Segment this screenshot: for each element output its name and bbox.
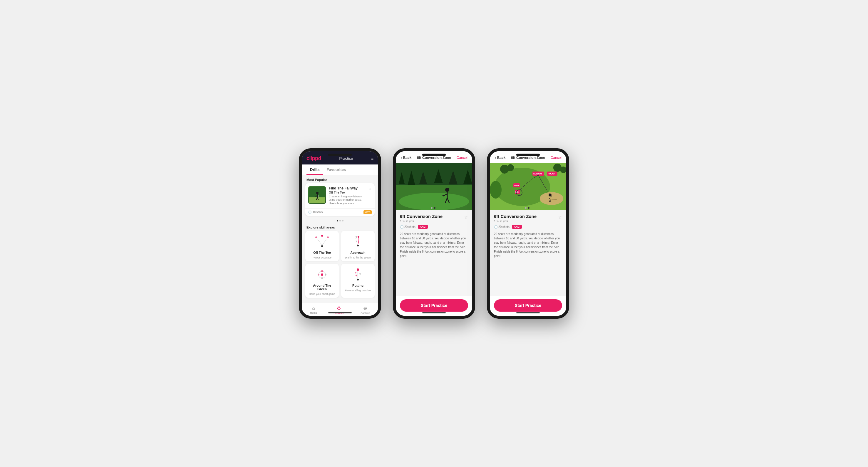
skill-card-approach[interactable]: Approach Dial-in to hit the green [341,231,375,261]
svg-point-13 [321,235,323,237]
phone-home-bar [328,312,352,313]
tag-badge-ott: OTT [364,210,372,214]
bottom-nav: ⌂ Home ♻ Activities ⊕ Capture [302,303,378,316]
hero-course-map: SAND FAIRWAY ROUGH Miss Hit [490,163,566,210]
phone3-drill-description: 20 shots are randomly generated at dista… [494,232,562,258]
drill-detail-title: 6ft Conversion Zone [400,214,468,219]
phone3-chevron-left-icon: ‹ [495,155,496,160]
menu-icon[interactable]: ≡ [371,156,373,161]
approach-diagram [349,234,367,249]
svg-point-28 [360,273,361,275]
phone3-cancel-button[interactable]: Cancel [551,156,561,160]
putting-name: Putting [352,284,364,287]
nav-home[interactable]: ⌂ Home [310,305,317,314]
dot-1 [337,220,338,222]
drill-description: 20 shots are randomly generated at dista… [400,232,468,258]
shots-info: 🕐 10 shots [308,210,322,213]
activities-icon: ♻ [337,305,341,311]
skill-card-putting[interactable]: Putting Make and lag practice [341,264,375,298]
clock-icon-3: 🕐 [494,225,497,229]
atg-desc: Hone your short game [309,293,335,296]
chevron-left-icon: ‹ [401,155,402,160]
phone3-fav-icon[interactable]: ☆ [558,214,562,220]
svg-point-14 [327,236,329,238]
svg-text:SAND: SAND [550,198,557,201]
atg-name: Around The Green [308,284,336,291]
drill-card-find-fairway[interactable]: Find The Fairway Off The Tee Create an i… [305,183,375,216]
svg-point-47 [434,207,435,209]
nav-home-label: Home [310,311,317,314]
svg-point-40 [445,188,449,192]
svg-point-56 [490,181,502,199]
skill-grid: Off The Tee Power accuracy Ap [305,231,375,298]
phone-3-notch [516,154,540,156]
drill-desc: Create an imaginary fairway using trees … [329,195,365,205]
arg-badge: ARG [418,225,428,229]
drill-subtitle: Off The Tee [329,191,365,194]
back-button[interactable]: ‹ Back [401,155,411,160]
svg-point-24 [357,279,359,280]
approach-name: Approach [350,251,365,254]
phone2-fav-icon[interactable]: ☆ [464,214,468,220]
phone-2-home-bar [422,312,446,313]
phone-1-screen: clippd Practice ≡ Drills Favourites Most… [302,151,378,316]
phone2-drill-content: ☆ 6ft Conversion Zone 10-50 yds 🕐 20 sho… [396,210,472,296]
phone3-drill-range: 10-50 yds [494,220,562,223]
phone3-app-header: ‹ Back 6ft Conversion Zone Cancel [490,151,566,163]
cancel-button[interactable]: Cancel [457,156,467,160]
svg-point-55 [560,167,566,173]
hero-golf-image [396,163,472,210]
tab-drills[interactable]: Drills [307,165,323,175]
phone3-back-label: Back [497,156,506,160]
nav-capture[interactable]: ⊕ Capture [361,305,370,314]
ott-desc: Power accuracy [313,256,332,259]
start-practice-button[interactable]: Start Practice [400,299,468,312]
clippd-logo: clippd [307,155,321,162]
phone2-app-header: ‹ Back 6ft Conversion Zone Cancel [396,151,472,163]
ott-name: Off The Tee [313,251,331,254]
home-icon: ⌂ [312,305,315,311]
phone3-start-practice-button[interactable]: Start Practice [494,299,562,312]
phone-1: clippd Practice ≡ Drills Favourites Most… [299,148,381,319]
phone3-back-button[interactable]: ‹ Back [495,155,505,160]
svg-point-22 [318,274,319,275]
drill-card-inner: Find The Fairway Off The Tee Create an i… [305,183,375,208]
skill-card-atg[interactable]: Around The Green Hone your short game [305,264,339,298]
phone-3-home-bar [516,312,540,313]
back-label: Back [403,156,412,160]
phone-notch [328,154,352,156]
most-popular-label: Most Popular [302,175,378,183]
dot-3 [342,220,343,222]
phone3-screen-title: 6ft Conversion Zone [511,156,545,160]
favourite-icon[interactable]: ☆ [368,186,372,191]
svg-point-12 [315,236,317,238]
app-header: clippd Practice ≡ [302,151,378,165]
tabs-row: Drills Favourites [302,165,378,175]
dot-2 [339,220,341,222]
svg-point-15 [357,245,359,246]
skill-card-ott[interactable]: Off The Tee Power accuracy [305,231,339,261]
svg-point-29 [355,275,357,276]
drill-thumbnail [308,186,326,204]
svg-line-11 [322,237,328,245]
svg-point-46 [431,207,433,209]
drill-detail-meta: 🕐 20 shots ARG [400,225,468,229]
phone-3-screen: ‹ Back 6ft Conversion Zone Cancel SAND [490,151,566,316]
detail-shots: 🕐 20 shots [400,225,415,229]
carousel-dots [302,218,378,223]
phone3-drill-meta: 🕐 20 shots ARG [494,225,562,229]
svg-point-71 [525,207,527,209]
drill-detail-range: 10-50 yds [400,220,468,223]
svg-line-9 [316,237,322,245]
tab-favourites[interactable]: Favourites [323,165,350,175]
phone-2: ‹ Back 6ft Conversion Zone Cancel [393,148,475,319]
approach-desc: Dial-in to hit the green [345,256,371,259]
svg-point-26 [357,268,359,271]
capture-icon: ⊕ [363,305,367,311]
svg-point-53 [507,164,514,171]
ott-diagram [313,234,331,249]
clock-icon-2: 🕐 [400,225,403,229]
putting-desc: Make and lag practice [345,289,371,292]
svg-text:ROUGH: ROUGH [548,173,555,175]
practice-content: Most Popular [302,175,378,303]
